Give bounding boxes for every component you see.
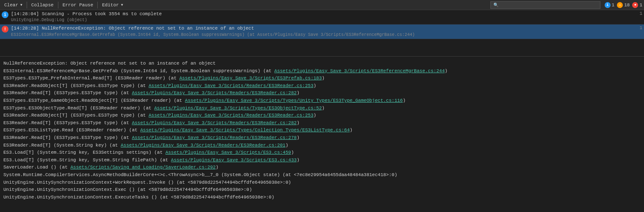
- editor-chevron-icon: ▼: [121, 3, 123, 7]
- message-row-0[interactable]: i [14:28:04] Scanning - Process took 355…: [0, 10, 644, 24]
- stack-line-prefix-6: ES3Reader.ReadObject[T] (ES3Types.ES3Typ…: [3, 113, 149, 118]
- msg-count-0: 1: [634, 11, 642, 16]
- warn-badge-icon: ⚠: [617, 2, 623, 8]
- error-pause-button[interactable]: Error Pause: [60, 1, 96, 9]
- stack-line-14: System.Runtime.CompilerServices.AsyncMet…: [3, 171, 641, 179]
- stack-line-prefix-1: ES3Types.ES3Type_PrefabInternal.Read[T] …: [3, 76, 179, 81]
- stack-trace: NullReferenceException: Object reference…: [0, 57, 644, 212]
- stack-line-13: SaverLoader.Load () (at Assets/Scripts/S…: [3, 164, 641, 171]
- stack-line-suffix-11: ): [291, 150, 294, 155]
- msg-content-0: [14:28:04] Scanning - Process took 3554 …: [11, 11, 632, 23]
- stack-line-link-4[interactable]: Assets/Plugins/Easy Save 3/Scripts/Types…: [185, 98, 403, 103]
- collapse-button[interactable]: Collapse: [29, 1, 56, 9]
- info-badge[interactable]: i 1: [605, 2, 615, 8]
- stack-line-link-9[interactable]: Assets/Plugins/Easy Save 3/Scripts/Reade…: [132, 135, 297, 140]
- stack-line-suffix-2: ): [314, 83, 316, 88]
- stack-line-suffix-9: ): [297, 135, 300, 140]
- stack-line-suffix-12: ): [297, 158, 300, 163]
- stack-line-suffix-8: ): [350, 128, 353, 133]
- search-bar[interactable]: 🔍: [490, 1, 600, 9]
- stack-line-suffix-0: ): [445, 68, 448, 73]
- stack-line-suffix-3: ): [297, 90, 300, 95]
- stack-line-prefix-15: UnityEngine.UnitySynchronizationContext+…: [3, 180, 291, 185]
- stack-line-prefix-0: ES3Internal.ES3ReferenceMgrBase.GetPrefa…: [3, 68, 274, 73]
- stack-line-7: ES3Reader.Read[T] (ES3Types.ES3Type type…: [3, 120, 641, 127]
- stack-line-link-12[interactable]: Assets/Plugins/Easy Save 3/Scripts/ES3.c…: [171, 158, 297, 163]
- stack-line-suffix-10: ): [286, 143, 289, 148]
- stack-line-0: ES3Internal.ES3ReferenceMgrBase.GetPrefa…: [3, 68, 641, 75]
- stack-line-prefix-11: ES3.Load[T] (System.String key, ES3Setti…: [3, 150, 165, 155]
- stack-line-prefix-14: System.Runtime.CompilerServices.AsyncMet…: [3, 172, 397, 177]
- console-messages: i [14:28:04] Scanning - Process took 355…: [0, 10, 644, 57]
- msg-sub-1: ES3Internal.ES3ReferenceMgrBase.GetPrefa…: [11, 32, 632, 38]
- stack-line-16: UnityEngine.UnitySynchronizationContext.…: [3, 186, 641, 194]
- clear-chevron-icon: ▼: [20, 3, 22, 7]
- badge-area: i 1 ⚠ 18 ● 1: [605, 2, 642, 8]
- stack-line-link-10[interactable]: Assets/Plugins/Easy Save 3/Scripts/Reade…: [121, 143, 285, 148]
- stack-line-prefix-5: ES3Types.ES3ObjectType.Read[T] (ES3Reade…: [3, 106, 154, 111]
- stack-header-text: NullReferenceException: Object reference…: [3, 61, 216, 66]
- stack-line-prefix-9: ES3Reader.Read[T] (ES3Types.ES3Type type…: [3, 135, 132, 140]
- msg-main-0: [14:28:04] Scanning - Process took 3554 …: [11, 11, 632, 17]
- collapse-label: Collapse: [31, 3, 54, 8]
- msg-text-1: NullReferenceException: Object reference…: [42, 26, 254, 31]
- stack-line-link-7[interactable]: Assets/Plugins/Easy Save 3/Scripts/Reade…: [132, 120, 297, 125]
- warn-badge-count: 18: [624, 3, 630, 8]
- stack-header: NullReferenceException: Object reference…: [3, 60, 641, 68]
- error-badge-icon: ●: [632, 2, 638, 8]
- search-input[interactable]: [498, 3, 592, 8]
- msg-main-1: [14:28:28] NullReferenceException: Objec…: [11, 25, 632, 32]
- stack-line-prefix-8: ES3Types.ES3ListType.Read (ES3Reader rea…: [3, 128, 140, 133]
- clear-button[interactable]: Clear ▼: [2, 1, 25, 9]
- stack-line-8: ES3Types.ES3ListType.Read (ES3Reader rea…: [3, 127, 641, 134]
- stack-line-suffix-6: ): [314, 113, 316, 118]
- stack-line-3: ES3Reader.Read[T] (ES3Types.ES3Type type…: [3, 90, 641, 97]
- stack-line-11: ES3.Load[T] (System.String key, ES3Setti…: [3, 149, 641, 157]
- stack-line-1: ES3Types.ES3Type_PrefabInternal.Read[T] …: [3, 75, 641, 82]
- stack-line-prefix-7: ES3Reader.Read[T] (ES3Types.ES3Type type…: [3, 120, 132, 125]
- clear-label: Clear: [4, 3, 18, 8]
- message-row-1[interactable]: ! [14:28:28] NullReferenceException: Obj…: [0, 24, 644, 39]
- msg-timestamp-1: [14:28:28]: [11, 26, 42, 31]
- stack-line-prefix-13: SaverLoader.Load () (at: [3, 165, 70, 170]
- stack-line-link-3[interactable]: Assets/Plugins/Easy Save 3/Scripts/Reade…: [132, 90, 297, 95]
- msg-sub-0: UnityEngine.Debug:Log (object): [11, 17, 632, 23]
- stack-line-link-2[interactable]: Assets/Plugins/Easy Save 3/Scripts/Reade…: [149, 83, 313, 88]
- warn-badge[interactable]: ⚠ 18: [617, 2, 630, 8]
- stack-line-prefix-10: ES3Reader.Read[T] (System.String key) (a…: [3, 143, 121, 148]
- separator-2: [58, 2, 58, 8]
- stack-line-4: ES3Types.ES3Type_GameObject.ReadObject[T…: [3, 97, 641, 105]
- stack-line-suffix-13: ): [216, 165, 219, 170]
- info-badge-icon: i: [605, 2, 611, 8]
- stack-line-2: ES3Reader.ReadObject[T] (ES3Types.ES3Typ…: [3, 82, 641, 90]
- stack-line-17: UnityEngine.UnitySynchronizationContext.…: [3, 194, 641, 201]
- msg-count-1: 1: [634, 25, 642, 30]
- stack-line-prefix-4: ES3Types.ES3Type_GameObject.ReadObject[T…: [3, 98, 185, 103]
- stack-line-link-6[interactable]: Assets/Plugins/Easy Save 3/Scripts/Reade…: [149, 113, 313, 118]
- stack-line-suffix-1: ): [322, 76, 325, 81]
- msg-content-1: [14:28:28] NullReferenceException: Objec…: [11, 25, 632, 38]
- stack-line-link-13[interactable]: Assets/Scripts/Saving and Loading/SaverL…: [70, 165, 215, 170]
- stack-line-5: ES3Types.ES3ObjectType.Read[T] (ES3Reade…: [3, 105, 641, 112]
- stack-line-link-0[interactable]: Assets/Plugins/Easy Save 3/Scripts/ES3Re…: [274, 68, 445, 73]
- error-badge[interactable]: ● 1: [632, 2, 642, 8]
- msg-icon-info: i: [2, 11, 8, 18]
- search-icon: 🔍: [493, 3, 498, 8]
- stack-line-12: ES3.Load[T] (System.String key, System.S…: [3, 157, 641, 164]
- stack-line-link-1[interactable]: Assets/Plugins/Easy Save 3/Scripts/ES3Pr…: [179, 76, 322, 81]
- stack-line-10: ES3Reader.Read[T] (System.String key) (a…: [3, 142, 641, 149]
- stack-line-15: UnityEngine.UnitySynchronizationContext+…: [3, 179, 641, 187]
- stack-line-link-8[interactable]: Assets/Plugins/Easy Save 3/Scripts/Types…: [140, 128, 350, 133]
- stack-line-link-11[interactable]: Assets/Plugins/Easy Save 3/Scripts/ES3.c…: [165, 150, 291, 155]
- editor-button[interactable]: Editor ▼: [99, 1, 125, 9]
- editor-label: Editor: [102, 3, 119, 8]
- stack-line-prefix-3: ES3Reader.Read[T] (ES3Types.ES3Type type…: [3, 90, 132, 95]
- msg-icon-error: !: [2, 26, 8, 33]
- stack-line-9: ES3Reader.Read[T] (ES3Types.ES3Type type…: [3, 134, 641, 142]
- stack-line-6: ES3Reader.ReadObject[T] (ES3Types.ES3Typ…: [3, 112, 641, 120]
- msg-text-0: Scanning - Process took 3554 ms to compl…: [42, 11, 162, 16]
- stack-line-prefix-17: UnityEngine.UnitySynchronizationContext.…: [3, 195, 274, 200]
- stack-line-link-5[interactable]: Assets/Plugins/Easy Save 3/Scripts/Types…: [154, 106, 322, 111]
- stack-line-suffix-7: ): [297, 120, 300, 125]
- info-badge-count: 1: [612, 3, 615, 8]
